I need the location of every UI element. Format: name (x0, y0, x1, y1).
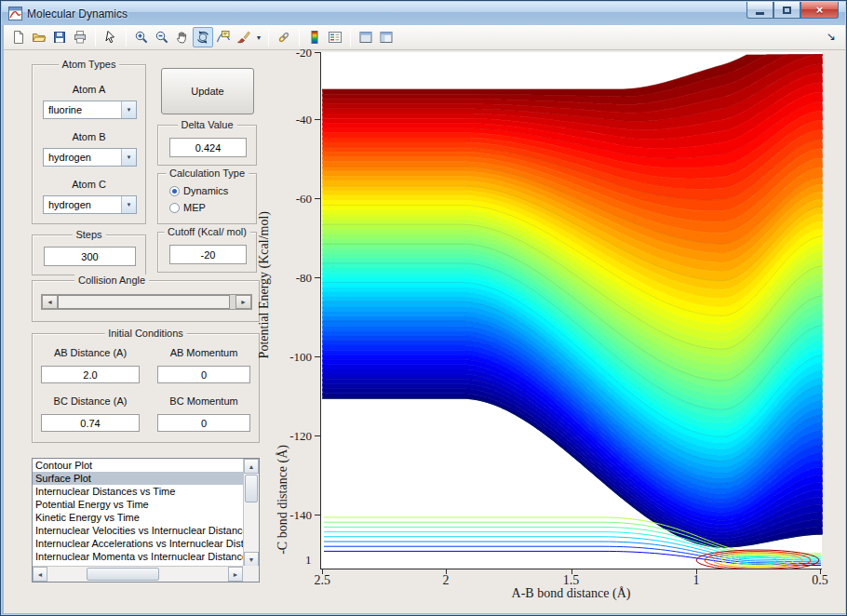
rotate-3d-icon[interactable] (193, 27, 213, 47)
x-tick-mark (571, 569, 572, 574)
y-tick-mark (315, 119, 320, 120)
hscroll-thumb[interactable] (87, 568, 159, 581)
close-button[interactable]: × (800, 2, 839, 19)
scrollbar-corner (243, 566, 259, 582)
steps-field[interactable] (44, 247, 136, 266)
close-icon: × (816, 4, 824, 16)
maximize-button[interactable] (773, 2, 800, 19)
plot-area[interactable] (320, 52, 822, 569)
radio-mep-label: MEP (183, 202, 206, 213)
window-title: Molecular Dynamics (27, 7, 128, 20)
atom-b-dropdown[interactable]: hydrogen ▼ (43, 148, 137, 167)
atom-types-title: Atom Types (59, 59, 120, 70)
y-tick-mark (315, 515, 320, 516)
slider-right-arrow-icon[interactable]: ► (235, 295, 251, 309)
y-tick-mark (315, 435, 320, 436)
y-tick-label: -20 (276, 46, 312, 60)
new-document-icon[interactable] (8, 27, 29, 47)
radio-button-icon[interactable] (169, 203, 180, 213)
scroll-down-icon[interactable]: ▼ (244, 552, 259, 567)
app-window: Molecular Dynamics × ▾ ↘ A (0, 0, 847, 616)
radio-dynamics[interactable]: Dynamics (169, 185, 228, 196)
steps-panel: Steps (32, 234, 146, 275)
list-item[interactable]: Internuclear Velocities vs Internuclear … (33, 524, 243, 537)
list-item[interactable]: Internuclear Accelerations vs Internucle… (33, 537, 243, 550)
atom-c-dropdown[interactable]: hydrogen ▼ (43, 195, 137, 214)
pan-hand-icon[interactable] (172, 27, 193, 47)
y-tick-mark (315, 52, 320, 53)
open-file-icon[interactable] (29, 27, 49, 47)
cutoff-field[interactable] (169, 245, 247, 264)
radio-mep[interactable]: MEP (169, 202, 206, 213)
cutoff-panel: Cutoff (Kcal/ mol) (157, 232, 257, 273)
bc-momentum-field[interactable] (157, 414, 250, 432)
zoom-in-icon[interactable] (131, 27, 152, 47)
x-tick-mark (820, 569, 821, 574)
scroll-right-icon[interactable]: ► (228, 567, 243, 582)
brush-data-icon[interactable] (234, 27, 254, 47)
y-tick-label: -60 (276, 192, 312, 207)
insert-legend-icon[interactable] (325, 27, 345, 47)
show-plot-tools-icon[interactable] (376, 27, 397, 47)
delta-value-field[interactable] (169, 138, 247, 157)
save-figure-icon[interactable] (49, 27, 70, 47)
calculation-type-panel: Calculation Type Dynamics MEP (157, 173, 257, 224)
ab-momentum-label: AB Momentum (157, 347, 250, 358)
toolbar: ▾ ↘ (4, 25, 845, 50)
zoom-out-icon[interactable] (152, 27, 172, 47)
y-tick-mark (315, 356, 320, 357)
ab-distance-label: AB Distance (A) (41, 347, 140, 358)
atom-b-label: Atom B (33, 131, 145, 142)
dropdown-arrow-icon[interactable]: ▼ (121, 196, 136, 213)
list-item[interactable]: Internuclear Momenta vs Internuclear Dis… (33, 550, 243, 563)
data-cursor-icon[interactable] (213, 27, 234, 47)
toolbar-separator (350, 29, 351, 47)
y-tick-label: -100 (276, 350, 312, 365)
list-item[interactable]: Potential Energy vs Time (33, 498, 243, 511)
radio-button-icon[interactable] (169, 186, 180, 196)
titlebar[interactable]: Molecular Dynamics × (2, 2, 845, 25)
y-tick-mark (315, 198, 320, 199)
insert-colorbar-icon[interactable] (304, 27, 325, 47)
plot-type-listbox[interactable]: Contour Plot Surface Plot Internuclear D… (32, 458, 260, 583)
horizontal-scrollbar[interactable]: ◄ ► (33, 566, 243, 582)
dropdown-arrow-icon[interactable]: ▼ (121, 101, 136, 118)
atom-a-dropdown[interactable]: fluorine ▼ (43, 100, 137, 119)
list-item[interactable]: Kinetic Energy vs Time (33, 511, 243, 524)
toolbar-separator (268, 29, 269, 47)
atom-b-value: hydrogen (44, 149, 121, 166)
print-figure-icon[interactable] (70, 27, 90, 47)
ab-distance-field[interactable] (41, 366, 140, 383)
surface-canvas[interactable] (322, 52, 823, 569)
z-tick-label: 1 (305, 553, 312, 568)
slider-left-arrow-icon[interactable]: ◄ (42, 295, 58, 309)
collision-angle-slider[interactable]: ◄ ► (41, 294, 252, 310)
update-button[interactable]: Update (161, 68, 254, 114)
edit-plot-arrow-icon[interactable] (101, 27, 121, 47)
scroll-left-icon[interactable]: ◄ (33, 567, 47, 582)
delta-value-title: Delta Value (177, 119, 236, 130)
brush-dropdown-caret-icon[interactable]: ▾ (254, 33, 263, 42)
cutoff-title: Cutoff (Kcal/ mol) (164, 226, 250, 237)
dropdown-arrow-icon[interactable]: ▼ (121, 149, 136, 166)
y-tick-label: -40 (276, 113, 312, 127)
toolbar-separator (95, 29, 96, 47)
slider-thumb[interactable] (58, 295, 230, 309)
bc-distance-field[interactable] (41, 414, 140, 432)
ab-momentum-field[interactable] (157, 366, 250, 383)
dock-figure-icon[interactable]: ↘ (827, 30, 836, 43)
list-item[interactable]: Surface Plot (33, 472, 243, 485)
minimize-icon (756, 12, 764, 15)
minimize-button[interactable] (746, 2, 773, 19)
atom-types-panel: Atom Types Atom A fluorine ▼ Atom B hydr… (32, 64, 146, 224)
hide-plot-tools-icon[interactable] (356, 27, 376, 47)
slider-track[interactable] (58, 295, 235, 309)
y-axis-label: Potential Energy (Kcal/mol) (257, 211, 272, 358)
link-plot-icon[interactable] (274, 27, 294, 47)
z-axis-label: -C bond distance (Å) (276, 445, 290, 555)
bc-momentum-label: BC Momentum (157, 395, 250, 407)
x-axis-label: A-B bond distance (Å) (320, 586, 822, 601)
list-item[interactable]: Contour Plot (33, 459, 243, 472)
list-item[interactable]: Internuclear Distances vs Time (33, 485, 243, 498)
y-tick-mark (315, 277, 320, 278)
